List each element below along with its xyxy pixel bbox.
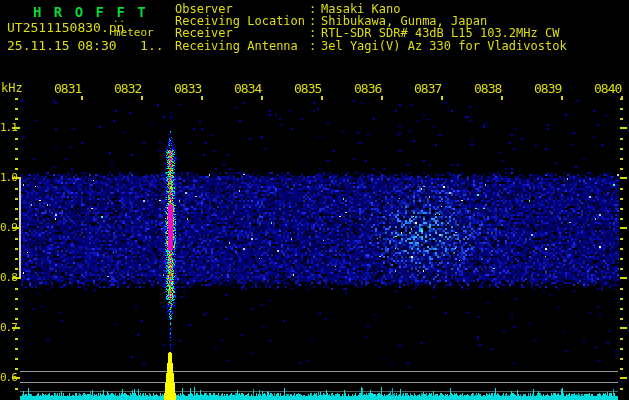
info-value: 3el Yagi(V) Az 330 for Vladivostok: [321, 40, 567, 52]
freq-axis-label: 0.9: [0, 221, 17, 234]
station-info: Observer:Masaki KanoReceiving Location:S…: [175, 3, 567, 52]
freq-unit-label: kHz: [1, 81, 23, 95]
freq-axis-label: 0.7: [0, 321, 17, 334]
freq-axis-label: 0.8: [0, 271, 17, 284]
time-axis-label: 0840: [594, 81, 621, 96]
info-separator: :: [309, 40, 321, 52]
capture-filename: UT2511150830.pn: [7, 20, 124, 35]
station-info-row: Receiver:RTL-SDR SDR# 43dB L15 103.2MHz …: [175, 27, 567, 39]
time-axis-label: 0833: [174, 81, 201, 96]
time-axis-label: 0834: [234, 81, 261, 96]
app-title: H R O F F T: [33, 4, 148, 20]
time-axis-label: 0832: [114, 81, 141, 96]
hrofft-screen: H R O F F T UT2511150830.pn .. meteor 25…: [0, 0, 629, 400]
time-axis-label: 0836: [354, 81, 381, 96]
time-axis-label: 0835: [294, 81, 321, 96]
info-label: Receiving Antenna: [175, 40, 309, 52]
info-label: Receiver: [175, 27, 309, 39]
info-value: RTL-SDR SDR# 43dB L15 103.2MHz CW: [321, 27, 559, 39]
time-axis-label: 0838: [474, 81, 501, 96]
freq-axis-label: 1.0: [0, 171, 17, 184]
freq-axis-label: 0.6: [0, 371, 17, 384]
filename-g-remnant: ..: [113, 14, 126, 24]
time-axis-label: 0831: [54, 81, 81, 96]
station-info-row: Receiving Antenna:3el Yagi(V) Az 330 for…: [175, 40, 567, 52]
spectrogram-canvas: [0, 0, 629, 400]
capture-datetime: 25.11.15 08:30 1..: [7, 38, 164, 53]
time-axis-label: 0837: [414, 81, 441, 96]
info-separator: :: [309, 27, 321, 39]
freq-axis-label: 1.1: [0, 121, 17, 134]
time-axis-label: 0839: [534, 81, 561, 96]
